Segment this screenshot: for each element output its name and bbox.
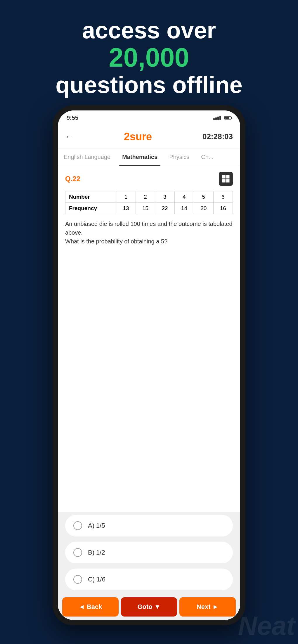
- logo-number: 2: [124, 131, 130, 143]
- table-cell: 2: [136, 191, 155, 203]
- grid-icon[interactable]: [219, 172, 233, 186]
- radio-b: [73, 548, 82, 557]
- logo-text: sure: [130, 131, 152, 143]
- table-cell: 22: [155, 203, 174, 214]
- phone-container: 9:55 ←: [53, 105, 245, 625]
- table-cell: 14: [174, 203, 194, 214]
- next-button[interactable]: Next ►: [179, 597, 236, 617]
- option-b[interactable]: B) 1/2: [65, 542, 233, 563]
- table-cell: 15: [136, 203, 155, 214]
- status-time: 9:55: [67, 115, 78, 121]
- phone-frame: 9:55 ←: [53, 105, 245, 625]
- svg-rect-2: [222, 179, 226, 182]
- option-a[interactable]: A) 1/5: [65, 515, 233, 536]
- phone-screen-content: ← 2sure 02:28:03 English Language Mathem…: [58, 125, 240, 620]
- question-number: Q.22: [65, 175, 80, 183]
- question-area: Q.22 Number: [58, 166, 240, 512]
- question-header: Q.22: [65, 172, 233, 186]
- table-cell: 20: [194, 203, 213, 214]
- status-bar: 9:55: [58, 110, 240, 125]
- app-header: ← 2sure 02:28:03: [58, 125, 240, 148]
- next-button-label: Next ►: [197, 603, 219, 611]
- table-cell: 5: [194, 191, 213, 203]
- table-cell: 4: [174, 191, 194, 203]
- frequency-table: Number 1 2 3 4 5 6 Frequency 13 15: [65, 191, 233, 214]
- neat-watermark: Neat: [238, 611, 295, 641]
- tabs-container: English Language Mathematics Physics Ch.…: [58, 148, 240, 166]
- back-button[interactable]: ◄ Back: [62, 597, 119, 617]
- option-b-label: B) 1/2: [88, 549, 105, 556]
- svg-rect-1: [226, 175, 229, 179]
- option-c[interactable]: C) 1/6: [65, 569, 233, 590]
- tab-mathematics[interactable]: Mathematics: [116, 148, 163, 166]
- status-icons: [213, 116, 231, 120]
- table-cell: Number: [65, 191, 116, 203]
- table-cell: 16: [213, 203, 233, 214]
- bottom-nav: ◄ Back Goto ▼ Next ►: [58, 594, 240, 620]
- tab-chemistry[interactable]: Ch...: [195, 148, 219, 166]
- table-cell: 13: [116, 203, 136, 214]
- timer-display: 02:28:03: [202, 132, 233, 141]
- header-line2: questions offline: [12, 72, 286, 98]
- table-cell: Frequency: [65, 203, 116, 214]
- option-a-label: A) 1/5: [88, 522, 105, 529]
- radio-a: [73, 521, 82, 530]
- back-button-label: ◄ Back: [79, 603, 102, 611]
- header-highlight: 20,000: [12, 43, 286, 72]
- question-text: An unbiased die is rolled 100 times and …: [65, 219, 233, 246]
- goto-button[interactable]: Goto ▼: [121, 597, 177, 617]
- radio-c: [73, 575, 82, 584]
- header-section: access over 20,000 questions offline: [0, 0, 298, 110]
- battery-icon: [224, 116, 231, 120]
- svg-rect-3: [226, 179, 229, 182]
- tab-english[interactable]: English Language: [58, 148, 116, 166]
- signal-bars-icon: [213, 116, 221, 120]
- option-c-label: C) 1/6: [88, 576, 105, 583]
- goto-button-label: Goto ▼: [137, 603, 160, 611]
- header-line1: access over: [12, 18, 286, 43]
- app-logo: 2sure: [124, 131, 152, 143]
- table-data-row: Frequency 13 15 22 14 20 16: [65, 203, 233, 214]
- back-arrow-icon[interactable]: ←: [65, 132, 73, 141]
- table-cell: 3: [155, 191, 174, 203]
- table-cell: 1: [116, 191, 136, 203]
- table-cell: 6: [213, 191, 233, 203]
- svg-rect-0: [222, 175, 226, 179]
- phone-inner: 9:55 ←: [58, 110, 240, 620]
- tab-physics[interactable]: Physics: [163, 148, 195, 166]
- table-header-row: Number 1 2 3 4 5 6: [65, 191, 233, 203]
